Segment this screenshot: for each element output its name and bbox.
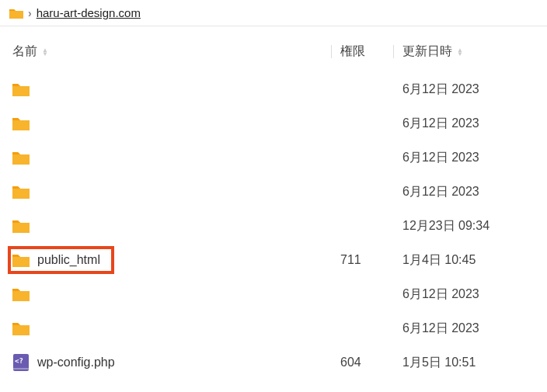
cell-name: wp-config.php [12,355,340,370]
cell-name [12,150,340,165]
cell-modified-date: 6月12日 2023 [402,286,535,303]
column-header-date[interactable]: 更新日時 ▲▼ [402,43,535,60]
column-header-perm-label: 権限 [340,43,365,60]
folder-icon [12,252,30,268]
breadcrumb-domain[interactable]: haru-art-design.com [37,6,141,19]
breadcrumb: › haru-art-design.com [0,0,547,26]
folder-icon [12,82,30,97]
cell-modified-date: 1月5日 10:51 [402,355,535,371]
table-row[interactable]: 12月23日 09:34 [0,209,547,243]
cell-name [12,184,340,199]
table-row[interactable]: public_html7111月4日 10:45 [0,243,547,277]
folder-icon [9,8,23,19]
column-headers: 名前 ▲▼ 権限 更新日時 ▲▼ [0,26,547,72]
table-row[interactable]: wp-config.php6041月5日 10:51 [0,345,547,380]
column-header-name-label: 名前 [12,43,37,60]
file-name-label: wp-config.php [37,356,115,369]
cell-name: public_html [12,246,340,274]
cell-name [12,82,340,97]
cell-name [12,218,340,234]
folder-icon [12,218,30,234]
folder-icon [12,184,30,199]
cell-modified-date: 6月12日 2023 [402,321,535,337]
cell-name [12,321,340,336]
cell-name [12,116,340,131]
sort-icon: ▲▼ [457,48,463,56]
php-file-icon [12,355,30,370]
table-row[interactable]: 6月12日 2023 [0,175,547,209]
cell-modified-date: 1月4日 10:45 [402,252,535,269]
column-header-date-label: 更新日時 [402,43,452,60]
table-row[interactable]: 6月12日 2023 [0,106,547,140]
cell-modified-date: 6月12日 2023 [402,184,535,200]
cell-modified-date: 12月23日 09:34 [402,218,535,234]
highlighted-entry: public_html [8,246,114,274]
table-row[interactable]: 6月12日 2023 [0,72,547,106]
cell-permissions: 711 [340,253,402,267]
folder-icon [12,116,30,131]
folder-icon [12,286,30,302]
cell-modified-date: 6月12日 2023 [402,82,535,98]
cell-modified-date: 6月12日 2023 [402,116,535,132]
column-header-name[interactable]: 名前 ▲▼ [12,43,340,60]
table-row[interactable]: 6月12日 2023 [0,277,547,311]
file-name-label: public_html [37,253,100,267]
folder-icon [12,150,30,165]
cell-modified-date: 6月12日 2023 [402,150,535,166]
table-row[interactable]: 6月12日 2023 [0,311,547,345]
chevron-right-icon: › [28,7,32,19]
cell-name [12,286,340,302]
table-row[interactable]: 6月12日 2023 [0,140,547,175]
folder-icon [12,321,30,336]
cell-permissions: 604 [340,356,402,369]
file-list: 6月12日 20236月12日 20236月12日 20236月12日 2023… [0,72,547,380]
sort-icon: ▲▼ [42,48,48,56]
